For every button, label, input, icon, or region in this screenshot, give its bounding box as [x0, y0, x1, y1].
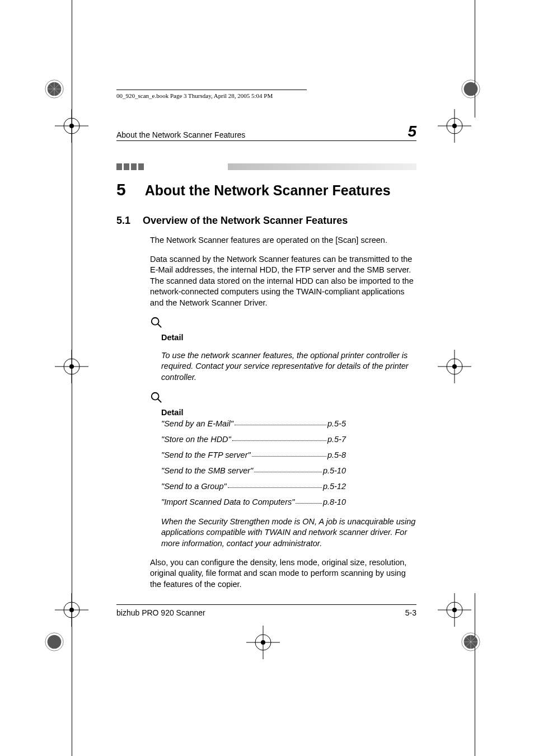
registration-mark-icon: [438, 350, 471, 383]
section-heading: 5.1 Overview of the Network Scanner Feat…: [116, 215, 416, 227]
chapter-heading: 5 About the Network Scanner Features: [116, 180, 416, 199]
toc-entry-page: p.5-12: [323, 482, 346, 491]
detail-label: Detail: [161, 408, 416, 417]
toc-dots: [232, 435, 326, 441]
svg-point-46: [152, 392, 159, 400]
registration-mark-icon: [438, 109, 471, 143]
toc-entry-label: "Send to a Group": [161, 482, 227, 491]
content-area: 00_920_scan_e.book Page 3 Thursday, Apri…: [116, 90, 416, 598]
toc-entry-page: p.5-8: [327, 450, 346, 459]
registration-mark-icon: [55, 109, 88, 143]
svg-point-31: [452, 364, 457, 369]
svg-point-27: [69, 364, 74, 369]
toc-row: "Send by an E-Mail" p.5-5: [161, 419, 346, 428]
crop-vline-right-bot: [475, 593, 475, 756]
body-text-block: The Network Scanner features are operate…: [150, 235, 416, 590]
toc-row: "Store on the HDD" p.5-7: [161, 435, 346, 444]
toc-row: "Send to the FTP server" p.5-8: [161, 450, 346, 459]
corner-ornament-icon: [44, 78, 65, 100]
running-head: About the Network Scanner Features 5: [116, 124, 416, 141]
crop-header-text: 00_920_scan_e.book Page 3 Thursday, Apri…: [116, 92, 416, 99]
toc-entry-page: p.8-10: [323, 497, 346, 506]
toc-dots: [235, 419, 326, 425]
svg-point-44: [152, 318, 159, 325]
section-number: 5.1: [116, 215, 130, 227]
toc-dots: [252, 450, 326, 457]
toc-entry-label: "Send to the SMB server": [161, 466, 253, 475]
page-footer: bizhub PRO 920 Scanner 5-3: [116, 604, 416, 617]
toc-row: "Send to a Group" p.5-12: [161, 482, 346, 491]
toc-dots: [228, 482, 322, 488]
toc-dots: [254, 466, 322, 472]
crop-vline-right-top: [475, 0, 475, 118]
running-head-chapter: 5: [407, 124, 416, 139]
detail-label: Detail: [161, 333, 416, 342]
paragraph-also: Also, you can configure the density, len…: [150, 557, 416, 590]
registration-mark-icon: [246, 626, 280, 659]
toc-entry-label: "Send by an E-Mail": [161, 419, 233, 428]
svg-point-9: [48, 635, 62, 649]
toc-row: "Send to the SMB server" p.5-10: [161, 466, 346, 475]
toc-entry-page: p.5-5: [327, 419, 346, 428]
corner-ornament-icon: [44, 631, 65, 652]
crop-header-rule: [116, 90, 307, 90]
detail-note: When the Security Strengthen mode is ON,…: [161, 516, 416, 550]
toc-entry-label: "Send to the FTP server": [161, 450, 251, 459]
registration-mark-icon: [55, 350, 88, 383]
registration-mark-icon: [55, 593, 88, 627]
toc-entry-page: p.5-7: [327, 435, 346, 444]
footer-right: 5-3: [405, 608, 416, 617]
svg-line-45: [158, 324, 161, 327]
section-title-text: Overview of the Network Scanner Features: [143, 215, 348, 227]
toc-entry-label: "Store on the HDD": [161, 435, 231, 444]
toc-entry-page: p.5-10: [323, 466, 346, 475]
footer-left: bizhub PRO 920 Scanner: [116, 608, 205, 617]
detail-text: To use the network scanner features, the…: [161, 350, 416, 383]
chapter-title-text: About the Network Scanner Features: [145, 182, 391, 199]
page: 00_920_scan_e.book Page 3 Thursday, Apri…: [0, 0, 534, 756]
paragraph-description: Data scanned by the Network Scanner feat…: [150, 254, 416, 309]
magnifier-icon: [150, 316, 416, 331]
svg-point-35: [69, 608, 74, 612]
svg-point-39: [452, 608, 457, 612]
toc-dots: [296, 497, 321, 504]
svg-point-19: [69, 124, 74, 128]
decorative-bar: [116, 163, 416, 170]
detail-toc-list: "Send by an E-Mail" p.5-5 "Store on the …: [161, 419, 416, 506]
running-head-title: About the Network Scanner Features: [116, 130, 245, 139]
corner-ornament-icon: [460, 78, 481, 100]
registration-mark-icon: [438, 593, 471, 627]
toc-row: "Import Scanned Data to Computers" p.8-1…: [161, 497, 346, 506]
svg-point-43: [261, 640, 265, 645]
svg-line-47: [158, 398, 161, 402]
paragraph-intro: The Network Scanner features are operate…: [150, 235, 416, 246]
svg-point-7: [464, 82, 478, 96]
magnifier-icon: [150, 391, 416, 406]
svg-point-23: [452, 124, 457, 128]
toc-entry-label: "Import Scanned Data to Computers": [161, 497, 294, 506]
corner-ornament-icon: [460, 631, 481, 652]
chapter-number: 5: [116, 180, 126, 199]
